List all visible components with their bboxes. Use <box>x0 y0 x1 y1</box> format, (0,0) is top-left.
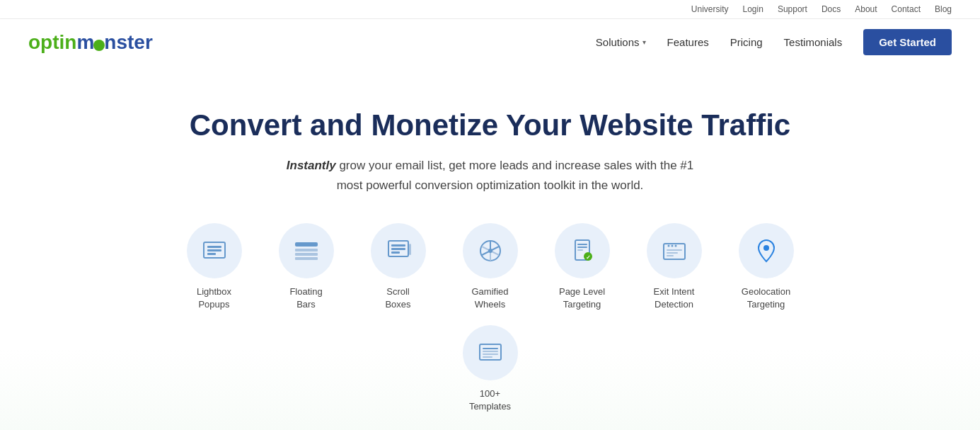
top-nav-support[interactable]: Support <box>778 4 807 14</box>
svg-rect-9 <box>391 244 405 247</box>
svg-rect-30 <box>483 348 498 349</box>
top-nav-blog[interactable]: Blog <box>935 4 952 14</box>
svg-rect-31 <box>483 351 498 352</box>
scroll-boxes-icon <box>384 237 413 265</box>
feature-gamified-wheels: GamifiedWheels <box>451 223 529 311</box>
svg-rect-7 <box>295 257 318 260</box>
nav-features[interactable]: Features <box>667 36 709 48</box>
hero-headline: Convert and Monetize Your Website Traffi… <box>28 108 952 143</box>
feature-templates: 100+Templates <box>451 325 529 413</box>
nav-solutions[interactable]: Solutions ▾ <box>596 36 646 48</box>
feature-geolocation: GeolocationTargeting <box>727 223 805 311</box>
geolocation-icon-circle <box>739 223 794 278</box>
top-utility-bar: University Login Support Docs About Cont… <box>0 0 980 19</box>
top-nav-login[interactable]: Login <box>743 4 763 14</box>
gamified-wheels-icon <box>476 237 505 265</box>
svg-rect-4 <box>295 242 318 247</box>
page-level-label: Page LevelTargeting <box>559 285 605 311</box>
svg-rect-16 <box>577 244 587 245</box>
gamified-wheels-icon-circle <box>463 223 518 278</box>
nav-links: Solutions ▾ Features Pricing Testimonial… <box>596 29 952 55</box>
svg-point-23 <box>671 244 673 247</box>
feature-page-level: ✓ Page LevelTargeting <box>543 223 621 311</box>
feature-lightbox-popups: LightboxPopups <box>175 223 253 311</box>
gamified-wheels-label: GamifiedWheels <box>471 285 508 311</box>
features-row: LightboxPopups FloatingBars <box>172 223 809 414</box>
svg-rect-27 <box>667 255 674 256</box>
logo-monster-text: m <box>76 31 94 53</box>
top-nav-university[interactable]: University <box>691 4 729 14</box>
top-nav-about[interactable]: About <box>855 4 877 14</box>
hero-subheadline: Instantly grow your email list, get more… <box>278 156 703 194</box>
svg-text:✓: ✓ <box>585 254 590 261</box>
nav-testimonials[interactable]: Testimonials <box>784 36 843 48</box>
floating-bars-icon <box>292 237 321 265</box>
svg-rect-6 <box>295 253 318 256</box>
nav-pricing[interactable]: Pricing <box>730 36 763 48</box>
svg-rect-5 <box>295 249 318 251</box>
svg-rect-12 <box>409 244 411 255</box>
hero-section: Convert and Monetize Your Website Traffi… <box>0 65 980 430</box>
svg-point-28 <box>763 245 769 251</box>
feature-exit-intent: Exit IntentDetection <box>635 223 713 311</box>
exit-intent-icon <box>660 237 688 265</box>
chevron-down-icon: ▾ <box>642 38 646 46</box>
svg-rect-21 <box>664 244 685 259</box>
lightbox-label: LightboxPopups <box>197 285 231 311</box>
top-nav-docs[interactable]: Docs <box>822 4 841 14</box>
svg-point-24 <box>674 244 676 247</box>
main-nav: optinmnster Solutions ▾ Features Pricing… <box>0 19 980 65</box>
lightbox-icon-circle <box>187 223 242 278</box>
svg-point-22 <box>667 244 669 247</box>
svg-point-14 <box>488 249 492 253</box>
get-started-button[interactable]: Get Started <box>863 29 952 55</box>
floating-bars-label: FloatingBars <box>289 285 322 311</box>
floating-bars-icon-circle <box>279 223 334 278</box>
templates-label: 100+Templates <box>469 387 511 413</box>
feature-scroll-boxes: ScrollBoxes <box>359 223 437 311</box>
page-level-icon-circle: ✓ <box>555 223 610 278</box>
lightbox-icon <box>200 237 229 265</box>
top-nav-contact[interactable]: Contact <box>892 4 921 14</box>
svg-rect-32 <box>483 353 498 355</box>
svg-rect-1 <box>207 246 221 248</box>
geolocation-icon <box>752 237 780 265</box>
feature-floating-bars: FloatingBars <box>267 223 345 311</box>
svg-rect-17 <box>577 247 587 248</box>
scroll-boxes-icon-circle <box>371 223 426 278</box>
geolocation-label: GeolocationTargeting <box>742 285 790 311</box>
logo[interactable]: optinmnster <box>28 31 153 54</box>
svg-rect-10 <box>391 248 405 250</box>
exit-intent-label: Exit IntentDetection <box>654 285 695 311</box>
templates-icon-circle <box>463 325 518 380</box>
svg-rect-11 <box>391 251 400 254</box>
svg-rect-33 <box>483 356 492 358</box>
logo-o-icon <box>93 40 105 51</box>
svg-rect-25 <box>667 249 682 251</box>
svg-rect-26 <box>667 252 678 254</box>
templates-icon <box>476 339 505 367</box>
logo-monster-end: nster <box>104 31 152 53</box>
page-level-icon: ✓ <box>568 237 596 265</box>
scroll-boxes-label: ScrollBoxes <box>385 285 410 311</box>
svg-rect-18 <box>577 249 583 251</box>
svg-rect-2 <box>207 249 221 251</box>
logo-optin-text: optin <box>28 31 76 53</box>
svg-rect-3 <box>207 253 216 255</box>
exit-intent-icon-circle <box>647 223 702 278</box>
